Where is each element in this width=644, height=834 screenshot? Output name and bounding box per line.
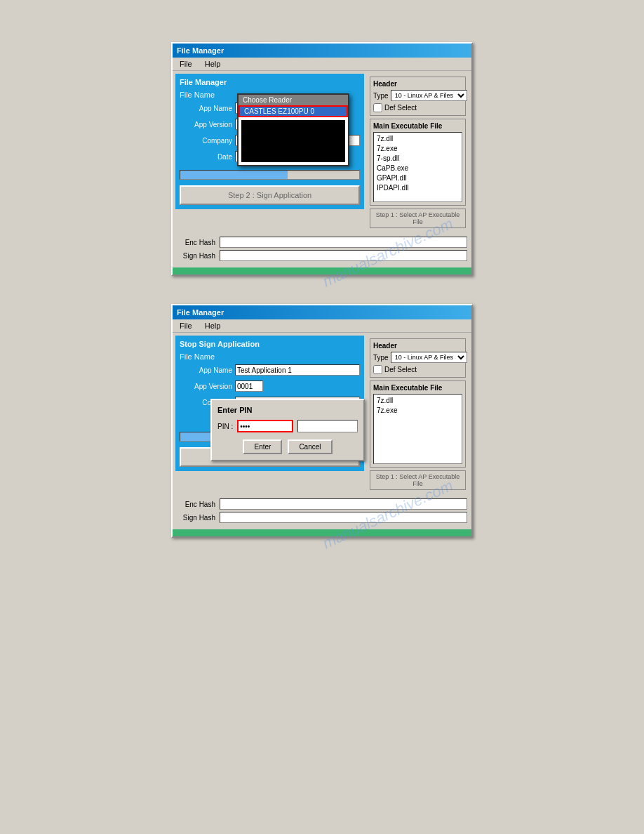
menu-bar-1: File Help <box>173 58 471 71</box>
menu-help-1[interactable]: Help <box>202 59 224 69</box>
left-panel-title-1: File Manager <box>180 78 360 86</box>
step1-btn-2[interactable]: Step 1 : Select AP Executable File <box>370 470 466 490</box>
header-section-1: Header Type 10 - Linux AP & Files Def Se… <box>370 77 466 116</box>
status-bar-1 <box>173 267 471 274</box>
def-select-label-1: Def Select <box>384 104 417 112</box>
header-title-2: Header <box>373 342 462 350</box>
app-name-row-2: App Name <box>180 364 360 376</box>
def-select-checkbox-1[interactable] <box>373 103 382 112</box>
main-exe-title-2: Main Executable File <box>373 384 462 392</box>
main-exe-title-1: Main Executable File <box>373 122 462 130</box>
step1-btn-1[interactable]: Step 1 : Select AP Executable File <box>370 208 466 228</box>
title-bar-2: File Manager <box>173 305 471 319</box>
type-select-1[interactable]: 10 - Linux AP & Files <box>391 90 467 101</box>
app-version-label-1: App Version <box>180 121 232 128</box>
sign-hash-input-1[interactable] <box>220 250 467 261</box>
menu-bar-2: File Help <box>173 319 471 333</box>
sign-hash-input-2[interactable] <box>220 512 467 523</box>
file-item-1[interactable]: 7z.exe <box>375 144 460 153</box>
menu-file-2[interactable]: File <box>177 321 195 331</box>
app-name-label-2: App Name <box>180 366 232 374</box>
date-label-1: Date <box>180 153 232 161</box>
file-item-0[interactable]: 7z.dll <box>375 134 460 143</box>
window1: File Manager File Help File Manager File… <box>171 42 473 276</box>
sign-hash-label-2: Sign Hash <box>177 514 215 522</box>
type-row-2: Type 10 - Linux AP & Files <box>373 352 462 363</box>
file-item-3[interactable]: CaPB.exe <box>375 164 460 173</box>
status-bar-2 <box>173 529 471 536</box>
pin-input-wide <box>297 420 358 432</box>
app-version-input-2[interactable] <box>235 380 263 392</box>
pin-cancel-btn[interactable]: Cancel <box>288 439 332 454</box>
app-name-input-2[interactable] <box>235 364 360 376</box>
main-exe-section-2: Main Executable File 7z.dll 7z.exe <box>370 380 466 468</box>
reader-display <box>241 120 345 162</box>
progress-bar-1 <box>180 170 360 180</box>
app-version-row-2: App Version <box>180 380 360 392</box>
window-body-1: File Manager File Name App Name App Vers… <box>173 71 471 234</box>
window1-title: File Manager <box>177 46 224 55</box>
reader-popup: Choose Reader CASTLES EZ100PU 0 <box>237 93 349 166</box>
app-name-label-1: App Name <box>180 105 232 112</box>
file-item-4[interactable]: GPAPI.dll <box>375 173 460 183</box>
def-select-label-2: Def Select <box>384 366 417 373</box>
file-item-2[interactable]: 7-sp.dll <box>375 154 460 163</box>
file-item-5[interactable]: IPDAPI.dll <box>375 183 460 192</box>
def-select-checkbox-2[interactable] <box>373 365 382 374</box>
pin-buttons: Enter Cancel <box>217 439 358 454</box>
company-label-1: Company <box>180 137 232 145</box>
file-list-1: 7z.dll 7z.exe 7-sp.dll CaPB.exe GPAPI.dl… <box>373 132 462 202</box>
left-panel-wrapper-1: File Manager File Name App Name App Vers… <box>175 74 364 231</box>
hash-section-2: Enc Hash Sign Hash <box>173 496 471 528</box>
pin-dialog: Enter PIN PIN : Enter Cancel <box>210 399 365 461</box>
def-select-row-1: Def Select <box>373 103 462 112</box>
hash-section-1: Enc Hash Sign Hash <box>173 234 471 266</box>
pin-dialog-title: Enter PIN <box>217 406 358 414</box>
type-select-2[interactable]: 10 - Linux AP & Files <box>391 352 467 363</box>
def-select-row-2: Def Select <box>373 365 462 374</box>
right-panel-2: Header Type 10 - Linux AP & Files Def Se… <box>367 336 469 493</box>
pin-input[interactable] <box>237 420 293 432</box>
enc-hash-label-2: Enc Hash <box>177 501 215 508</box>
progress-bar-fill-1 <box>180 171 288 179</box>
file-item-w2-0[interactable]: 7z.dll <box>375 396 460 405</box>
file-list-2: 7z.dll 7z.exe <box>373 394 462 464</box>
sign-hash-label-1: Sign Hash <box>177 252 215 260</box>
sign-hash-row-2: Sign Hash <box>177 512 467 523</box>
menu-file-1[interactable]: File <box>177 59 195 69</box>
reader-popup-title: Choose Reader <box>239 95 348 105</box>
file-name-label-2: File Name <box>180 352 360 361</box>
sign-btn-1[interactable]: Step 2 : Sign Application <box>180 185 360 205</box>
sign-hash-row-1: Sign Hash <box>177 250 467 261</box>
type-label-1: Type <box>373 92 389 100</box>
app-version-label-2: App Version <box>180 383 232 390</box>
pin-label: PIN : <box>217 423 233 430</box>
enc-hash-label-1: Enc Hash <box>177 239 215 246</box>
menu-help-2[interactable]: Help <box>202 321 224 331</box>
left-panel-title-2: Stop Sign Application <box>180 340 360 348</box>
title-bar-1: File Manager <box>173 44 471 58</box>
enc-hash-input-2[interactable] <box>220 498 467 510</box>
enc-hash-row-2: Enc Hash <box>177 498 467 510</box>
type-label-2: Type <box>373 354 389 362</box>
file-item-w2-1[interactable]: 7z.exe <box>375 406 460 415</box>
window-body-2: Stop Sign Application File Name App Name… <box>173 333 471 496</box>
header-title-1: Header <box>373 80 462 88</box>
enc-hash-input-1[interactable] <box>220 237 467 248</box>
reader-item-0[interactable]: CASTLES EZ100PU 0 <box>239 105 348 117</box>
type-row-1: Type 10 - Linux AP & Files <box>373 90 462 101</box>
pin-row: PIN : <box>217 420 358 432</box>
left-panel-wrapper-2: Stop Sign Application File Name App Name… <box>175 336 364 493</box>
main-exe-section-1: Main Executable File 7z.dll 7z.exe 7-sp.… <box>370 119 466 206</box>
right-panel-1: Header Type 10 - Linux AP & Files Def Se… <box>367 74 469 231</box>
pin-enter-btn[interactable]: Enter <box>243 439 282 454</box>
enc-hash-row-1: Enc Hash <box>177 237 467 248</box>
window2-title: File Manager <box>177 308 224 317</box>
header-section-2: Header Type 10 - Linux AP & Files Def Se… <box>370 338 466 378</box>
window2: File Manager File Help Stop Sign Applica… <box>171 304 473 538</box>
